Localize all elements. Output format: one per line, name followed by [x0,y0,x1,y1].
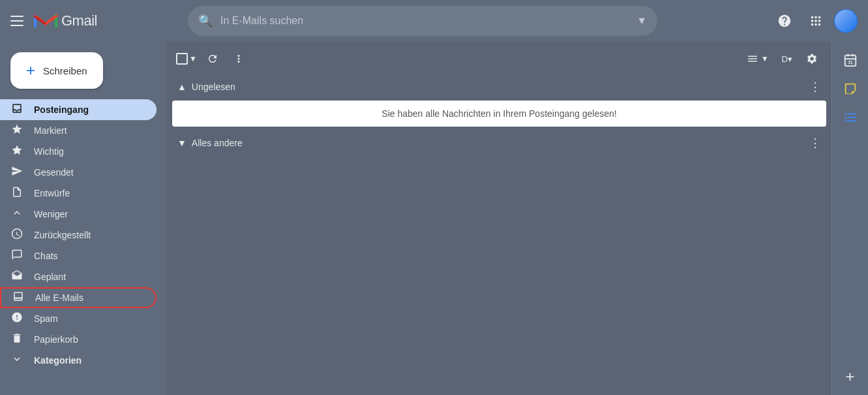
sidebar-label-weniger: Weniger [34,209,68,219]
sidebar-item-geplant[interactable]: Geplant [0,266,157,287]
sidebar-label-wichtig: Wichtig [34,146,64,157]
expand-less-icon [10,207,23,222]
toolbar-left: ▼ [175,47,739,71]
delete-icon [10,332,23,347]
header-right [771,8,858,34]
tasks-button[interactable] [837,104,863,131]
hamburger-menu-icon[interactable] [10,13,26,29]
chat-icon [10,249,23,264]
header-left: Gmail [10,12,177,30]
select-checkbox [176,53,188,65]
alles-andere-more-icon[interactable]: ⋮ [809,136,821,150]
ungelesen-title: Ungelesen [192,82,235,92]
sidebar: + Schreiben Posteingang Markiert Wichtig [0,42,167,395]
alles-andere-chevron[interactable]: ▼ [177,138,187,148]
view-dropdown-icon[interactable]: ▼ [761,54,769,63]
notes-button[interactable] [837,76,863,102]
sidebar-label-zurueckgestellt: Zurückgestellt [34,230,91,240]
view-options-button[interactable]: ▼ [741,47,774,71]
more-options-button[interactable] [227,47,250,71]
sidebar-label-chats: Chats [34,251,58,261]
gmail-m-icon [34,12,57,30]
app-header: Gmail 🔍 ▼ [0,0,868,42]
schedule-icon [10,270,23,285]
ungelesen-chevron[interactable]: ▲ [177,82,187,92]
sidebar-item-chats[interactable]: Chats [0,245,157,266]
sidebar-item-markiert[interactable]: Markiert [0,120,157,141]
sidebar-label-alle-emails: Alle E-Mails [35,292,83,303]
spam-icon [10,311,23,326]
all-inbox-icon [12,291,25,306]
add-icon: + [845,368,854,386]
sidebar-item-weniger[interactable]: Weniger [0,204,157,225]
calendar-button[interactable]: 31 [837,47,863,73]
all-read-text: Sie haben alle Nachrichten in Ihrem Post… [382,108,616,119]
sidebar-item-kategorien[interactable]: Kategorien [0,350,157,371]
inbox-icon [10,103,23,118]
expand-more-icon [10,353,23,368]
section-alles-andere: ▼ Alles andere ⋮ [172,132,826,154]
right-panel: 31 + [831,42,868,395]
checkbox-dropdown-icon[interactable]: ▼ [189,54,197,63]
all-read-message: Sie haben alle Nachrichten in Ihrem Post… [172,101,826,127]
sidebar-item-gesendet[interactable]: Gesendet [0,162,157,183]
main-body: + Schreiben Posteingang Markiert Wichtig [0,42,868,395]
help-button[interactable] [771,8,798,34]
svg-text:31: 31 [848,60,853,65]
section-ungelesen: ▲ Ungelesen ⋮ [172,76,826,98]
search-input[interactable] [220,15,629,27]
sidebar-label-entwuerfe: Entwürfe [34,188,70,198]
sidebar-item-zurueckgestellt[interactable]: Zurückgestellt [0,225,157,245]
ungelesen-more-icon[interactable]: ⋮ [809,80,821,94]
alles-andere-title: Alles andere [192,138,243,148]
content-area: ▼ ▼ D▾ [167,42,831,395]
email-list: ▲ Ungelesen ⋮ Sie haben alle Nachrichten… [167,76,831,395]
sidebar-label-gesendet: Gesendet [34,167,74,178]
sidebar-item-posteingang[interactable]: Posteingang [0,99,157,120]
toolbar: ▼ ▼ D▾ [167,42,831,76]
sidebar-item-entwuerfe[interactable]: Entwürfe [0,183,157,204]
sidebar-item-wichtig[interactable]: Wichtig [0,141,157,162]
star-icon [10,123,23,138]
snooze-icon [10,228,23,243]
sidebar-item-spam[interactable]: Spam [0,308,157,329]
add-panel-button[interactable]: + [837,364,863,390]
gmail-logo: Gmail [34,12,97,30]
search-bar[interactable]: 🔍 ▼ [188,6,657,36]
compose-button[interactable]: + Schreiben [10,52,103,89]
toolbar-right: ▼ D▾ [741,47,824,71]
sidebar-label-posteingang: Posteingang [34,104,89,115]
important-icon [10,144,23,159]
settings-button[interactable] [800,47,824,71]
refresh-button[interactable] [201,47,224,71]
avatar-image [835,10,857,32]
sidebar-label-papierkorb: Papierkorb [34,334,78,345]
sidebar-item-alle-emails[interactable]: Alle E-Mails [0,287,157,308]
draft-icon [10,186,23,201]
sidebar-item-papierkorb[interactable]: Papierkorb [0,329,157,350]
apps-button[interactable] [803,8,829,34]
compose-plus-icon: + [26,63,35,78]
gmail-title: Gmail [61,12,97,29]
search-dropdown-icon[interactable]: ▼ [636,15,647,27]
sidebar-label-geplant: Geplant [34,272,66,282]
sort-label: D▾ [782,54,792,64]
select-all-button[interactable]: ▼ [175,47,198,71]
avatar[interactable] [834,9,858,33]
compose-label: Schreiben [43,65,87,76]
sidebar-label-kategorien: Kategorien [34,355,82,366]
send-icon [10,165,23,180]
search-icon: 🔍 [198,14,213,28]
sidebar-label-spam: Spam [34,313,58,324]
sort-button[interactable]: D▾ [777,47,798,71]
sidebar-label-markiert: Markiert [34,125,67,136]
